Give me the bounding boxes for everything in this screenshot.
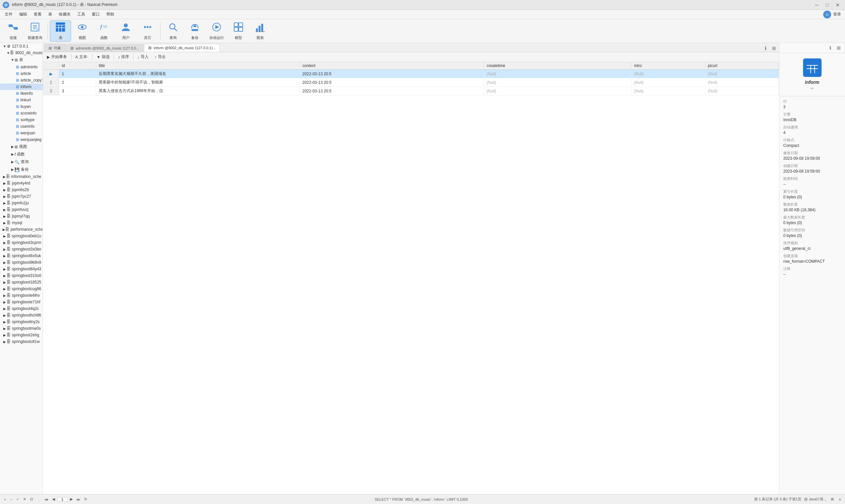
toolbar-function[interactable]: f (x) 函数 [93,20,115,41]
sidebar-schema-22[interactable]: ▶ 🗄 springbootlny2s [0,319,42,325]
grid-view-button[interactable]: ⊞ [829,497,835,502]
sidebar-schema-2[interactable]: ▶ 🗄 jspm6s2tt [0,186,42,193]
nav-refresh-button[interactable]: ↻ [83,497,88,502]
sidebar-table-sorttype[interactable]: ⊞ sorttype [0,116,42,123]
sidebar-schema-25[interactable]: ▶ 🗄 springbootc81w [0,338,42,345]
sidebar-backup[interactable]: ▶ 💾 备份 [0,166,42,173]
sidebar-table-wenjuan[interactable]: ⊞ wenjuan [0,130,42,136]
text-button[interactable]: A 文本· [73,53,91,61]
menu-view[interactable]: 查看 [30,10,45,18]
sidebar-queries[interactable]: ▶ 🔍 查询 [0,158,42,166]
toolbar-user[interactable]: 用户 [115,20,136,41]
sidebar-schema-3[interactable]: ▶ 🗄 jspm7pc27 [0,193,42,200]
toolbar-model[interactable]: 模型 [228,20,249,41]
sidebar-schema-11[interactable]: ▶ 🗄 springboot3x0bo [0,246,42,252]
menu-help[interactable]: 帮助 [103,10,118,18]
nav-add-button[interactable]: + [3,497,7,502]
info-toggle-button[interactable]: ℹ [762,44,769,52]
col-header-title[interactable]: title [96,62,299,70]
grid-panel-button[interactable]: ⊞ [835,44,842,52]
sidebar-views[interactable]: ▶ ⊞ 视图 [0,143,42,150]
col-header-id[interactable]: id [59,62,96,70]
nav-clear-button[interactable]: ⊡ [29,497,34,502]
nav-check-button[interactable]: ✓ [15,497,20,502]
col-header-createtime[interactable]: createtime [484,62,631,70]
sidebar-schema-8[interactable]: ▶ 🗄 performance_sche [0,226,42,233]
sidebar-schema-18[interactable]: ▶ 🗄 springboote6lhv [0,292,42,299]
sort-button[interactable]: ↕ 排序 [115,53,132,61]
col-header-intro[interactable]: intro [631,62,705,70]
sidebar-table-userinfo[interactable]: ⊞ userinfo [0,123,42,130]
sidebar-table-scoreinfo[interactable]: ⊞ scoreinfo [0,110,42,116]
sidebar-schema-13[interactable]: ▶ 🗄 springboot9k8n9 [0,259,42,266]
sidebar-schema-9[interactable]: ▶ 🗄 springboot0eb1u [0,233,42,239]
maximize-button[interactable]: □ [823,2,832,8]
page-number-input[interactable] [57,497,67,502]
sidebar-schema-24[interactable]: ▶ 🗄 springboot2ehg [0,332,42,338]
filter-button[interactable]: ▼ 筛选 [94,53,112,61]
edit-icon[interactable]: ✏ [811,86,814,91]
sidebar-schema-19[interactable]: ▶ 🗄 springboote71hf [0,299,42,305]
sidebar-schema-14[interactable]: ▶ 🗄 springboot84y43 [0,266,42,272]
menu-edit[interactable]: 编辑 [16,10,30,18]
nav-last-button[interactable]: ⏭ [75,497,82,502]
toolbar-connect[interactable]: 连接 [3,20,24,41]
table-row[interactable]: ▶ 1 近期黑客实施大规模不久前，美国域名 2022-03-13 20:5 (N… [43,70,779,78]
menu-favorites[interactable]: 收藏夹 [55,10,74,18]
sidebar-tables-category[interactable]: ▼ ⊞ 表 [0,56,42,64]
sidebar-schema-17[interactable]: ▶ 🗄 springbootcug86 [0,286,42,292]
sidebar-functions[interactable]: ▶ f 函数 [0,150,42,158]
sidebar-table-article-copy1[interactable]: ⊞ article_copy1 [0,77,42,84]
tab-admininfo[interactable]: ⊞ admininfo @9002_db_music (127.0.0... [66,44,143,52]
sidebar-table-liuyan[interactable]: ⊞ liuyan [0,103,42,110]
tab-objects[interactable]: ⊞ 对象 [44,44,65,52]
sidebar-schema-16[interactable]: ▶ 🗄 springboot18525 [0,279,42,286]
sidebar-schema-21[interactable]: ▶ 🗄 springboothch86 [0,312,42,319]
col-header-content[interactable]: content [299,62,484,70]
sidebar-table-linkurl[interactable]: ⊞ linkurl [0,97,42,103]
sidebar-table-likeinfo[interactable]: ⊞ likeinfo [0,90,42,97]
grid-toggle-button[interactable]: ⊞ [770,44,778,52]
export-button[interactable]: ↑ 导出 [152,53,169,61]
import-button[interactable]: ↓ 导入 [135,53,151,61]
close-button[interactable]: ✕ [833,2,842,8]
sidebar-database[interactable]: ▼ 🗄 9002_db_music [0,50,42,56]
sidebar-schema-7[interactable]: ▶ 🗄 mysql [0,219,42,226]
toolbar-table[interactable]: 表 [50,20,71,41]
sidebar-schema-20[interactable]: ▶ 🗄 springboot4q2c [0,305,42,312]
nav-cancel-button[interactable]: ✕ [22,497,28,502]
toolbar-chart[interactable]: 图表 [250,20,271,41]
sidebar-schema-12[interactable]: ▶ 🗄 springboot6x5uk [0,252,42,259]
sidebar-table-inform[interactable]: ⊞ inform [0,84,42,90]
sidebar-schema-0[interactable]: ▶ 🗄 information_sche [0,173,42,180]
sidebar-table-admininfo[interactable]: ⊞ admininfo [0,64,42,70]
nav-prev-button[interactable]: ◀ [51,497,56,502]
minimize-button[interactable]: ─ [812,2,821,8]
toolbar-view[interactable]: 视图 [72,20,93,41]
table-row[interactable]: 2 2 黑客眼中的智能家!不得不说，智能家 2022-03-13 20:5 (N… [43,78,779,87]
toolbar-backup[interactable]: 备份 [184,20,205,41]
sidebar-schema-10[interactable]: ▶ 🗄 springboot3cprm [0,239,42,246]
menu-tools[interactable]: 工具 [74,10,88,18]
begin-transaction-button[interactable]: ▶ 开始事务 [44,53,70,61]
menu-window[interactable]: 窗口 [88,10,103,18]
nav-next-button[interactable]: ▶ [69,497,74,502]
info-panel-button[interactable]: ℹ [827,44,834,52]
sidebar-schema-5[interactable]: ▶ 🗄 jspmfuvzj [0,206,42,213]
cell-id-1[interactable]: 1 [59,70,96,78]
sidebar-table-wenjuanjieg[interactable]: ⊞ wenjuanjieg [0,136,42,143]
table-row[interactable]: 3 3 黑客入侵攻击方式从1988年开始，仅 2022-03-13 20:5 (… [43,87,779,95]
sidebar-server[interactable]: ▼ 🖥 127.0.0.1 [0,43,42,50]
col-header-picurl[interactable]: picurl [705,62,779,70]
login-label[interactable]: 登录 [833,12,841,17]
menu-file[interactable]: 文件 [1,10,16,18]
sidebar-schema-15[interactable]: ▶ 🗄 springboot310o0 [0,272,42,279]
toolbar-query[interactable]: 查询 [162,20,183,41]
sidebar-schema-23[interactable]: ▶ 🗄 springbootmw0s [0,325,42,332]
toolbar-new-query[interactable]: + 新建查询 [24,20,46,41]
menu-table[interactable]: 表 [45,10,55,18]
tab-inform[interactable]: ⊞ inform @9002_db_music (127.0.0.1)... [144,44,220,52]
toolbar-auto-run[interactable]: 自动运行 [206,20,227,41]
nav-delete-button[interactable]: − [8,497,13,502]
nav-first-button[interactable]: ⏮ [43,497,50,502]
